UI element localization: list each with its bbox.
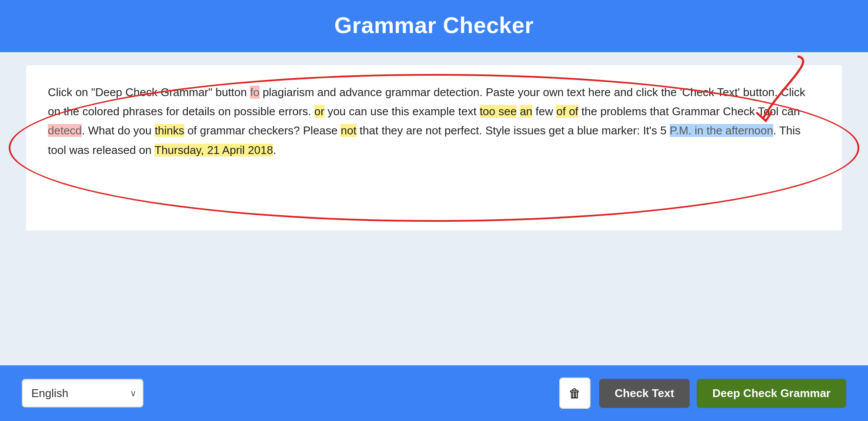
text-segment-thinks: thinks [155, 124, 184, 137]
text-segment-pm: P.M. in the afternoon [670, 124, 773, 137]
text-segment-toosee: too see [480, 105, 517, 118]
language-selector-wrapper[interactable]: English French German Spanish ∨ [22, 379, 144, 408]
text-segment-11: . [273, 144, 276, 157]
text-segment-3: you can use this example text [324, 105, 480, 118]
trash-icon: 🗑 [569, 386, 581, 401]
text-segment-or: or [314, 105, 324, 118]
language-select[interactable]: English French German Spanish [22, 379, 144, 408]
text-editor[interactable]: Click on "Deep Check Grammar" button fo … [26, 65, 842, 231]
text-segment-6: the problems that Grammar Check Tool can [578, 105, 800, 118]
trash-button[interactable]: 🗑 [559, 378, 591, 409]
text-segment-7: . What do you [82, 124, 155, 137]
check-text-button[interactable]: Check Text [599, 379, 690, 408]
text-segment-8: of grammar checkers? Please [184, 124, 341, 137]
app-footer: English French German Spanish ∨ 🗑 Check … [0, 365, 868, 421]
text-segment-fo: fo [250, 86, 260, 99]
text-segment-not: not [341, 124, 356, 137]
deep-check-grammar-button[interactable]: Deep Check Grammar [697, 379, 846, 408]
text-segment-9: that they are not perfect. Style issues … [357, 124, 670, 137]
main-content: Click on "Deep Check Grammar" button fo … [0, 52, 868, 365]
text-segment-ofof: of of [556, 105, 578, 118]
text-segment-1: Click on "Deep Check Grammar" button [48, 86, 250, 99]
text-segment-detecd: detecd [48, 124, 82, 137]
text-segment-5: few [532, 105, 556, 118]
app-header: Grammar Checker [0, 0, 868, 52]
app-title: Grammar Checker [0, 12, 868, 38]
text-segment-an: an [520, 105, 532, 118]
text-segment-date: Thursday, 21 April 2018 [154, 144, 273, 157]
